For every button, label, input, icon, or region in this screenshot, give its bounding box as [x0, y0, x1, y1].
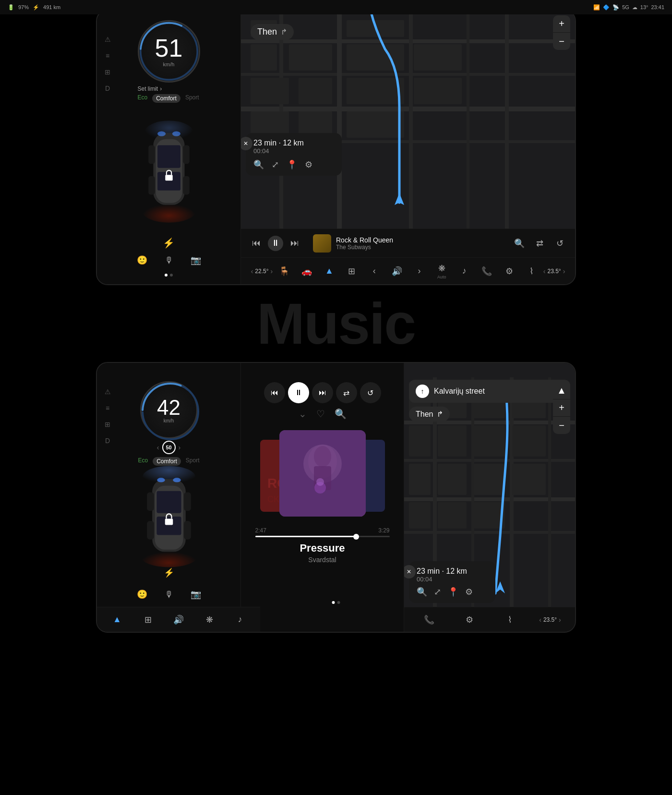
svg-rect-11: [183, 176, 190, 195]
nav-search-btn-b[interactable]: 🔍: [417, 587, 427, 597]
zoom-out-bottom[interactable]: −: [553, 417, 570, 434]
repeat-btn-top[interactable]: ↺: [552, 236, 567, 251]
emoji-icon[interactable]: 🙂: [133, 252, 151, 269]
progress-track[interactable]: [255, 536, 390, 537]
bottom-vol-b[interactable]: 🔊: [163, 614, 194, 625]
song-artist-large: Svardstal: [308, 556, 336, 564]
svg-rect-83: [512, 425, 546, 457]
speed-ring-top: 51 km/h: [138, 20, 200, 83]
zoom-controls-bottom[interactable]: ▲ + −: [553, 382, 570, 434]
mic-icon[interactable]: 🎙: [160, 252, 178, 269]
zoom-controls-top[interactable]: + −: [553, 15, 570, 50]
bottom-music[interactable]: ♪: [453, 266, 476, 276]
set-limit-top[interactable]: Set limit ›: [138, 85, 200, 92]
progress-fill: [255, 536, 356, 537]
next-btn-top[interactable]: ⏭: [287, 236, 302, 251]
mic-icon-b[interactable]: 🎙: [160, 586, 178, 603]
search-btn-b[interactable]: 🔍: [335, 408, 347, 420]
bottom-nav-b[interactable]: ▲: [102, 614, 132, 625]
bottom-temp-left[interactable]: ‹ 22.5° ›: [251, 267, 273, 275]
map-panel-top: Then ↱ + − ✕ 23 min · 12 km 00:04: [241, 11, 575, 229]
svg-rect-9: [183, 145, 190, 164]
bottom-music-b[interactable]: ♪: [225, 614, 255, 625]
heart-btn[interactable]: ♡: [316, 408, 325, 420]
bottom-unk-b[interactable]: ⌇: [490, 614, 530, 625]
bottom-bar-bottom-right: 📞 ⚙ ⌇ ‹ 23.5° ›: [404, 607, 575, 632]
bottom-seat[interactable]: 🪑: [273, 266, 296, 277]
camera-icon[interactable]: 📷: [187, 252, 204, 269]
nav-close-bottom[interactable]: ✕: [404, 565, 416, 578]
comfort-mode[interactable]: Comfort: [152, 94, 180, 103]
svg-rect-29: [347, 44, 404, 71]
limit-control-bottom: ‹ 50 ›: [157, 441, 180, 454]
bottom-car-btn[interactable]: 🚗: [296, 266, 318, 277]
nav-search-btn[interactable]: 🔍: [253, 159, 264, 170]
nav-eta-bottom: 00:04: [417, 576, 488, 583]
svg-rect-34: [414, 78, 462, 104]
nav-settings-btn[interactable]: ⚙: [305, 159, 312, 170]
bottom-temp-right-b[interactable]: ‹ 23.5° ›: [530, 616, 570, 624]
emoji-icon-b[interactable]: 🙂: [133, 586, 151, 603]
nav-settings-btn-b[interactable]: ⚙: [465, 587, 473, 597]
nav-time-bottom: 23 min · 12 km: [417, 567, 488, 576]
bottom-icons-top: 🙂 🎙 📷: [133, 252, 204, 269]
speed-limit-badge: 50: [162, 441, 176, 454]
bottom-unk[interactable]: ⌇: [520, 266, 543, 277]
svg-rect-89: [438, 502, 467, 529]
prev-btn-top[interactable]: ⏮: [249, 236, 264, 251]
svg-point-13: [172, 131, 180, 136]
nav-location-btn-b[interactable]: 📍: [448, 587, 458, 597]
bottom-vol-right[interactable]: ›: [408, 266, 431, 276]
eco-mode[interactable]: Eco: [138, 94, 148, 103]
secondary-controls: ⌄ ♡ 🔍: [299, 408, 347, 420]
play-pause-btn-top[interactable]: ⏸: [268, 236, 283, 251]
dot-1-b: [332, 601, 335, 604]
bottom-nav[interactable]: ▲: [318, 266, 341, 276]
search-music-btn[interactable]: 🔍: [512, 236, 527, 251]
repeat-btn-b[interactable]: ↺: [360, 382, 381, 403]
nav-route-btn[interactable]: ⤢: [272, 159, 279, 170]
svg-rect-30: [414, 44, 462, 71]
zoom-out-top[interactable]: −: [553, 33, 570, 50]
bottom-bar-bottom-mid: ▲ ⊞ 🔊 ❋ ♪: [97, 607, 260, 632]
svg-rect-10: [148, 176, 155, 195]
nav-location-icon[interactable]: ▲: [553, 382, 570, 399]
bottom-fan-b[interactable]: ❋: [194, 614, 225, 625]
nav-route-btn-b[interactable]: ⤢: [434, 587, 441, 597]
sport-mode[interactable]: Sport: [185, 94, 199, 103]
bottom-phone-b[interactable]: 📞: [409, 614, 449, 625]
camera-icon-b[interactable]: 📷: [187, 586, 204, 603]
shuffle-btn-top[interactable]: ⇄: [532, 236, 547, 251]
svg-rect-27: [251, 44, 277, 71]
album-art-main: [279, 430, 366, 517]
bottom-settings-b[interactable]: ⚙: [449, 614, 490, 625]
time-current: 2:47: [255, 527, 266, 534]
song-artist-top: The Subways: [336, 244, 393, 251]
progress-bar-container: 2:47 3:29: [255, 527, 390, 537]
bottom-phone[interactable]: 📞: [476, 266, 498, 277]
nav-close-top[interactable]: ✕: [241, 137, 252, 150]
zoom-in-bottom[interactable]: +: [553, 399, 570, 417]
prev-btn-b[interactable]: ⏮: [264, 382, 285, 403]
bottom-apps-b[interactable]: ⊞: [132, 614, 163, 625]
play-pause-btn-b[interactable]: ⏸: [288, 382, 309, 403]
shuffle-btn-b[interactable]: ⇄: [336, 382, 357, 403]
nav-info-bottom: ✕ 23 min · 12 km 00:04 🔍 ⤢ 📍 ⚙: [409, 561, 495, 603]
bottom-temp-right[interactable]: ‹ 23.5° ›: [543, 267, 565, 275]
progress-thumb[interactable]: [353, 534, 359, 540]
bottom-settings-bar[interactable]: ⚙: [498, 266, 520, 277]
chevron-down-btn[interactable]: ⌄: [299, 408, 307, 420]
bottom-vol[interactable]: 🔊: [385, 266, 408, 277]
next-btn-b[interactable]: ⏭: [312, 382, 333, 403]
nav-location-btn[interactable]: 📍: [287, 159, 297, 170]
bottom-vol-left[interactable]: ‹: [363, 266, 385, 276]
song-name-large: Pressure: [300, 542, 345, 554]
song-thumb-top: [313, 234, 331, 253]
bottom-fan[interactable]: ❋ Auto: [431, 263, 453, 279]
svg-rect-86: [474, 464, 505, 495]
song-thumb-art: [313, 234, 331, 253]
zoom-in-top[interactable]: +: [553, 15, 570, 33]
speed-ring-bottom: 42 km/h: [140, 381, 198, 439]
bottom-apps[interactable]: ⊞: [340, 266, 363, 277]
dot-1: [165, 274, 168, 277]
